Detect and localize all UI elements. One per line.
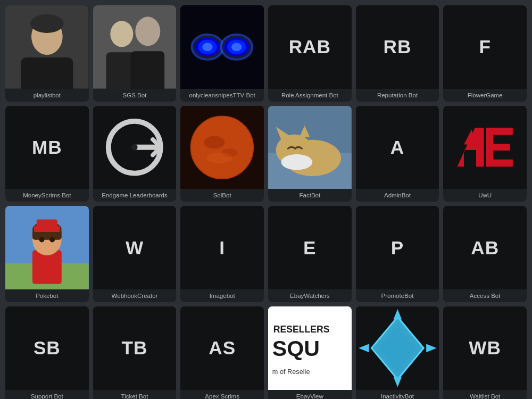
svg-text:m of Reselle: m of Reselle xyxy=(272,368,310,376)
card-onlycleansnipes[interactable]: onlycleansnipesTTV Bot xyxy=(180,5,264,102)
card-image-ebayview: RESELLERS SQU m of Reselle xyxy=(268,306,352,390)
card-image-endgame xyxy=(93,106,177,189)
svg-point-37 xyxy=(281,154,312,170)
initials-imagebot: I xyxy=(219,237,225,259)
card-image-apexscrims: AS xyxy=(180,306,264,390)
card-supportbot[interactable]: SB Support Bot xyxy=(5,306,89,399)
card-flowergame[interactable]: F FlowerGame xyxy=(443,5,527,102)
card-label-uwu: UwU xyxy=(443,189,527,202)
card-label-reputation: Reputation Bot xyxy=(356,89,439,102)
card-image-onlycleansnipes xyxy=(180,5,264,89)
card-image-solbot xyxy=(180,106,264,189)
card-image-playlistbot xyxy=(5,5,89,89)
card-label-accessbot: Access Bot xyxy=(443,289,527,302)
svg-text:SQU: SQU xyxy=(272,336,320,361)
initials-roleassignment: RAB xyxy=(289,36,331,57)
card-inactivitybot[interactable]: InactivityBot xyxy=(356,306,439,399)
card-accessbot[interactable]: AB Access Bot xyxy=(443,206,527,302)
svg-point-44 xyxy=(39,237,45,243)
card-label-imagebot: Imagebot xyxy=(180,289,264,302)
card-image-accessbot: AB xyxy=(443,206,527,289)
card-image-pokebot xyxy=(5,206,89,289)
card-adminbot[interactable]: A AdminBot xyxy=(356,106,439,202)
initials-ticketbot: TB xyxy=(122,337,148,359)
card-ebayview[interactable]: RESELLERS SQU m of Reselle EbayView xyxy=(268,306,352,399)
card-image-imagebot: I xyxy=(180,206,264,289)
card-image-adminbot: A xyxy=(356,106,439,189)
card-waitlistbot[interactable]: WB Waitlist Bot xyxy=(443,306,527,399)
card-label-moneyscrims: MoneyScrims Bot xyxy=(5,189,89,202)
card-image-inactivitybot xyxy=(356,306,439,390)
card-label-waitlistbot: Waitlist Bot xyxy=(443,390,527,399)
initials-ebaywatchers: E xyxy=(303,237,316,259)
card-apexscrims[interactable]: AS Apex Scrims xyxy=(180,306,264,399)
card-label-ebayview: EbayView xyxy=(268,390,352,399)
initials-adminbot: A xyxy=(390,137,404,158)
card-image-flowergame: F xyxy=(443,5,527,89)
card-ticketbot[interactable]: TB Ticket Bot xyxy=(93,306,177,399)
card-label-endgame: Endgame Leaderboards xyxy=(93,189,177,202)
card-image-moneyscrims: MB xyxy=(5,106,89,189)
card-webhookcreator[interactable]: W WebhookCreator xyxy=(93,206,177,302)
card-label-promotebot: PromoteBot xyxy=(356,289,439,302)
svg-point-4 xyxy=(30,14,64,33)
initials-promotebot: P xyxy=(391,237,404,259)
card-ebaywatchers[interactable]: E EbayWatchers xyxy=(268,206,352,302)
card-image-webhookcreator: W xyxy=(93,206,177,289)
card-label-webhookcreator: WebhookCreator xyxy=(93,289,177,302)
card-label-supportbot: Support Bot xyxy=(5,390,89,399)
initials-moneyscrims: MB xyxy=(32,137,62,158)
card-promotebot[interactable]: P PromoteBot xyxy=(356,206,439,302)
card-imagebot[interactable]: I Imagebot xyxy=(180,206,264,302)
card-image-reputation: RB xyxy=(356,5,439,89)
card-label-solbot: SolBot xyxy=(180,189,264,202)
card-image-factbot xyxy=(268,106,352,189)
card-image-sgsbot xyxy=(93,5,177,89)
card-label-inactivitybot: InactivityBot xyxy=(356,390,439,399)
card-roleassignment[interactable]: RAB Role Assignment Bot xyxy=(268,5,352,102)
card-playlistbot[interactable]: playlistbot xyxy=(5,5,89,102)
initials-supportbot: SB xyxy=(34,337,61,359)
card-image-ticketbot: TB xyxy=(93,306,177,390)
card-sgsbot[interactable]: SGS Bot xyxy=(93,5,177,102)
card-endgame[interactable]: Endgame Leaderboards xyxy=(93,106,177,202)
card-factbot[interactable]: FactBot xyxy=(268,106,352,202)
initials-waitlistbot: WB xyxy=(469,337,501,359)
card-label-flowergame: FlowerGame xyxy=(443,89,527,102)
svg-rect-47 xyxy=(37,220,57,228)
initials-apexscrims: AS xyxy=(209,337,236,359)
card-label-apexscrims: Apex Scrims xyxy=(180,390,264,399)
initials-flowergame: F xyxy=(479,36,491,57)
card-label-pokebot: Pokebot xyxy=(5,289,89,302)
svg-rect-2 xyxy=(21,57,73,89)
card-label-sgsbot: SGS Bot xyxy=(93,89,177,102)
svg-point-8 xyxy=(111,21,132,45)
initials-accessbot: AB xyxy=(471,237,499,259)
bot-grid: playlistbot SGS Bot xyxy=(5,5,527,399)
card-solbot[interactable]: SolBot xyxy=(180,106,264,202)
card-reputation[interactable]: RB Reputation Bot xyxy=(356,5,439,102)
card-image-supportbot: SB xyxy=(5,306,89,390)
card-label-ticketbot: Ticket Bot xyxy=(93,390,177,399)
card-uwu[interactable]: UwU xyxy=(443,106,527,202)
card-pokebot[interactable]: Pokebot xyxy=(5,206,89,302)
card-label-onlycleansnipes: onlycleansnipesTTV Bot xyxy=(180,89,264,102)
card-label-ebaywatchers: EbayWatchers xyxy=(268,289,352,302)
card-image-ebaywatchers: E xyxy=(268,206,352,289)
card-label-playlistbot: playlistbot xyxy=(5,89,89,102)
card-moneyscrims[interactable]: MB MoneyScrims Bot xyxy=(5,106,89,202)
card-label-adminbot: AdminBot xyxy=(356,189,439,202)
initials-reputation: RB xyxy=(384,36,412,57)
svg-point-27 xyxy=(204,136,225,148)
svg-point-24 xyxy=(131,144,138,151)
svg-point-11 xyxy=(136,17,159,44)
svg-text:RESELLERS: RESELLERS xyxy=(273,324,330,335)
card-image-waitlistbot: WB xyxy=(443,306,527,390)
initials-webhookcreator: W xyxy=(126,237,144,259)
svg-point-45 xyxy=(49,237,55,243)
svg-point-29 xyxy=(206,153,232,163)
card-label-roleassignment: Role Assignment Bot xyxy=(268,89,352,102)
card-image-roleassignment: RAB xyxy=(268,5,352,89)
card-label-factbot: FactBot xyxy=(268,189,352,202)
svg-point-16 xyxy=(202,43,213,52)
